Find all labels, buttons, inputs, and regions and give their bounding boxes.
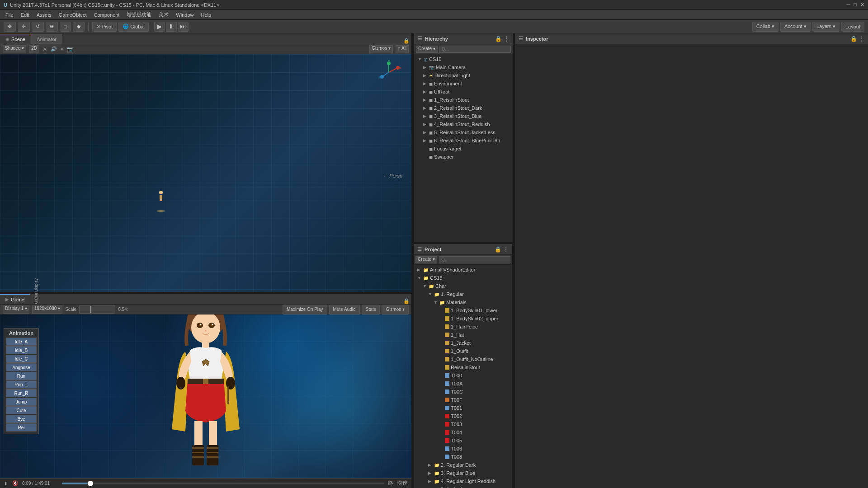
menu-help[interactable]: Help [197,11,215,19]
hierarchy-search-input[interactable] [439,46,511,53]
gizmos-dropdown[interactable]: Gizmos ▾ [369,45,393,53]
anim-btn-idle-a[interactable]: Idle_A [6,338,37,346]
hier-dir-light[interactable]: ▶ ☀ Directional Light [414,71,513,80]
proj-materials[interactable]: ▼ 📁 Materials [414,298,512,306]
timeline-end-btn[interactable]: 终 [388,479,393,487]
play-button[interactable]: ▶ [154,22,165,32]
anim-btn-idle-b[interactable]: Idle_B [6,346,37,354]
close-btn[interactable]: ✕ [860,2,864,8]
proj-1regular[interactable]: ▼ 📁 1. Regular [414,290,512,298]
anim-btn-run[interactable]: Run [6,372,37,380]
mute-audio-btn[interactable]: Mute Audio [329,305,360,314]
proj-t001[interactable]: T001 [414,404,512,412]
resolution-dropdown[interactable]: 868x488 ▾ [32,305,62,314]
menu-gameobject[interactable]: GameObject [55,11,90,19]
proj-5jacketless[interactable]: ▶ 📁 5. JacketLess [414,485,512,488]
tool-hand[interactable]: ✥ [4,22,16,32]
project-create-btn[interactable]: Create ▾ [415,256,437,263]
timeline-fast-btn[interactable]: 快速 [397,479,408,487]
proj-t00a[interactable]: T00A [414,380,512,388]
layout-button[interactable]: Layout [841,22,864,32]
scale-slider[interactable] [79,305,115,314]
menu-assets[interactable]: Assets [33,11,55,19]
anim-btn-run-l[interactable]: Run_L [6,380,37,389]
hierarchy-create-btn[interactable]: Create ▾ [416,46,438,53]
maximize-play-btn[interactable]: Maximize On Play [283,305,327,314]
hier-reisalin1[interactable]: ▶ ◼ 1_ReisalinStout [414,96,513,104]
tool-scale[interactable]: ⊕ [46,22,58,32]
proj-2dark[interactable]: ▶ 📁 2. Regular Dark [414,461,512,469]
hierarchy-menu-icon[interactable]: ⋮ [504,36,509,42]
collab-button[interactable]: Collab ▾ [752,22,778,32]
proj-t008[interactable]: T008 [414,453,512,461]
tab-game[interactable]: ▶ Game [0,294,30,304]
proj-3blue[interactable]: ▶ 📁 3. Regular Blue [414,469,512,477]
scene-lock-icon[interactable]: 🔒 [403,38,410,44]
proj-t00c[interactable]: T00C [414,388,512,396]
game-gizmos-btn[interactable]: Gizmos ▾ [382,305,409,314]
pause-button[interactable]: ⏸ [166,22,177,32]
hier-reisalin6[interactable]: ▶ ◼ 6_ReisalinStout_BluePuniT8n [414,136,513,145]
tab-animator[interactable]: Animator [31,34,62,44]
proj-reisalinstout-mat[interactable]: ReisalinStout [414,363,512,371]
timeline-progress[interactable] [62,483,384,484]
proj-cs15[interactable]: ▼ 📁 CS15 [414,274,512,282]
project-lock-icon[interactable]: 🔒 [495,246,501,253]
scene-lighting-btn[interactable]: ☀ [42,46,48,53]
account-button[interactable]: Account ▾ [780,22,811,32]
tab-scene[interactable]: ◉ Scene [0,34,31,44]
game-viewport[interactable]: Animation Idle_A Idle_B Idle_C Angpose R… [0,314,411,478]
proj-jacket[interactable]: 1_Jacket [414,339,512,347]
tool-translate[interactable]: ✛ [18,22,30,32]
proj-outfit[interactable]: 1_Outfit [414,347,512,355]
proj-t005[interactable]: T005 [414,436,512,445]
anim-btn-idle-c[interactable]: Idle_C [6,355,37,363]
proj-hat[interactable]: 1_Hat [414,331,512,339]
proj-t003[interactable]: T003 [414,420,512,428]
proj-outfit-nooutline[interactable]: 1_Outfit_NoOutline [414,355,512,363]
minimize-btn[interactable]: ─ [847,2,850,8]
tool-rotate[interactable]: ↺ [32,22,44,32]
hier-reisalin4[interactable]: ▶ ◼ 4_ReisalinStout_Reddish [414,120,513,128]
anim-btn-cute[interactable]: Cute [6,406,37,414]
mode-2d-btn[interactable]: 2D [29,45,39,53]
hier-reisalin5[interactable]: ▶ ◼ 5_ReisalinStout-JacketLess [414,128,513,136]
timeline-pause-btn[interactable]: ⏸ [4,481,9,486]
project-search-input[interactable] [439,256,510,263]
menu-art[interactable]: 美术 [155,10,172,19]
maximize-btn[interactable]: □ [854,2,857,8]
stats-btn[interactable]: Stats [362,305,380,314]
hierarchy-lock-icon[interactable]: 🔒 [495,36,502,42]
scene-camera-btn[interactable]: 📷 [67,46,74,52]
menu-edit[interactable]: Edit [17,11,33,19]
game-lock-icon[interactable]: 🔒 [403,298,410,304]
proj-4reddish[interactable]: ▶ 📁 4. Regular Light Reddish [414,477,512,485]
layers-button[interactable]: Layers ▾ [812,22,840,32]
anim-btn-rei[interactable]: Rei [6,423,37,432]
scene-search-btn[interactable]: ≡ All [396,45,409,53]
global-button[interactable]: 🌐 Global [118,22,149,32]
tool-rect[interactable]: □ [60,22,71,32]
proj-bodyskin02[interactable]: 1_BodySkin02_upper [414,314,512,323]
timeline-mute-btn[interactable]: 🔇 [12,480,19,486]
anim-btn-angpose[interactable]: Angpose [6,363,37,371]
proj-t000[interactable]: T000 [414,371,512,380]
display-dropdown[interactable]: Display 1 ▾ [3,305,29,314]
hier-focus-target[interactable]: ◼ FocusTarget [414,145,513,153]
proj-t004[interactable]: T004 [414,428,512,436]
step-button[interactable]: ⏭ [178,22,189,32]
scene-fx-btn[interactable]: ✦ [60,46,64,52]
inspector-menu-icon[interactable]: ⋮ [859,36,864,42]
proj-bodyskin01[interactable]: 1_BodySkin01_lower [414,306,512,314]
proj-hairpeice[interactable]: 1_HairPeice [414,323,512,331]
anim-btn-bye[interactable]: Bye [6,415,37,423]
proj-t00f[interactable]: T00F [414,396,512,404]
hier-cs15-scene[interactable]: ▼ ◎ CS15 [414,55,513,63]
proj-t002[interactable]: T002 [414,412,512,420]
hier-main-camera[interactable]: ▶ 📷 Main Camera [414,63,513,71]
proj-char[interactable]: ▼ 📁 Char [414,282,512,290]
hier-reisalin3[interactable]: ▶ ◼ 3_ReisalinStout_Blue [414,112,513,120]
hier-environment[interactable]: ▶ ◼ Environment [414,80,513,88]
proj-amplify[interactable]: ▶ 📁 AmplifyShaderEditor [414,266,512,274]
menu-file[interactable]: File [2,11,17,19]
